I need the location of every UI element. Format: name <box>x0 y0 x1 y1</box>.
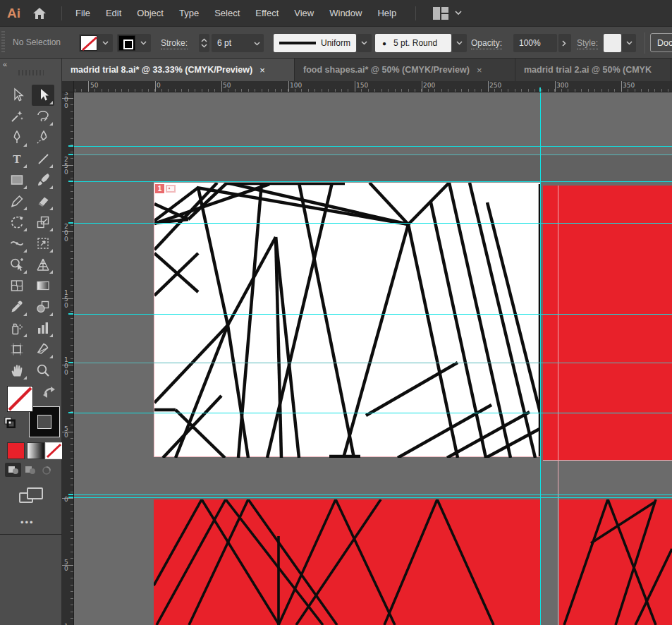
edit-toolbar-button[interactable]: ••• <box>20 517 35 528</box>
artwork-lattice-right[interactable] <box>559 499 672 625</box>
home-icon[interactable] <box>33 8 46 19</box>
line-segment-tool[interactable] <box>32 148 54 169</box>
style-label[interactable]: Style: <box>577 38 598 49</box>
pen-tool[interactable] <box>6 127 28 148</box>
brush-preview[interactable]: ● 5 pt. Round <box>375 34 451 52</box>
menu-effect[interactable]: Effect <box>248 8 286 18</box>
zoom-tool[interactable] <box>32 360 54 381</box>
rotate-tool[interactable] <box>6 212 28 233</box>
draw-normal-mode-button[interactable] <box>5 463 21 477</box>
selection-tool[interactable] <box>32 85 54 106</box>
workspace-switcher[interactable] <box>433 7 462 20</box>
none-fill-button[interactable] <box>45 442 63 459</box>
horizontal-guide[interactable] <box>74 146 672 147</box>
document-tab-2[interactable]: food shapes.ai* @ 50% (CMYK/Preview)× <box>295 59 515 81</box>
blend-tool[interactable] <box>32 296 54 317</box>
symbol-sprayer-tool[interactable] <box>6 317 28 339</box>
horizontal-guide[interactable] <box>74 497 672 498</box>
slice-tool[interactable] <box>32 339 54 360</box>
horizontal-guide[interactable] <box>74 154 672 155</box>
vertical-guide[interactable] <box>540 92 541 625</box>
width-profile-preview[interactable]: Uniform <box>274 34 356 52</box>
horizontal-guide[interactable] <box>74 223 672 224</box>
column-graph-tool[interactable] <box>32 317 54 339</box>
direct-selection-tool[interactable] <box>6 85 28 106</box>
opacity-label[interactable]: Opacity: <box>471 38 502 49</box>
fill-color-control[interactable] <box>79 34 113 52</box>
horizontal-guide[interactable] <box>74 181 672 182</box>
fill-indicator[interactable] <box>7 386 33 412</box>
artboard-number-badge[interactable]: 1 <box>155 184 164 193</box>
menu-view[interactable]: View <box>286 8 322 18</box>
draw-inside-mode-button[interactable] <box>38 463 54 477</box>
curvature-tool[interactable] <box>32 127 54 148</box>
chevron-down-icon[interactable] <box>254 38 260 48</box>
gradient-tool[interactable] <box>32 275 54 296</box>
stroke-indicator[interactable] <box>30 407 59 437</box>
style-control[interactable] <box>604 34 637 52</box>
collapse-panel-button[interactable]: « <box>3 60 6 68</box>
artwork-line-drawing[interactable] <box>154 183 541 458</box>
chevron-down-icon[interactable] <box>99 34 111 52</box>
horizontal-guide[interactable] <box>74 363 672 363</box>
stroke-black-swatch[interactable] <box>118 35 135 51</box>
width-profile-control[interactable]: Uniform <box>274 34 372 52</box>
artboard-tool[interactable] <box>6 339 28 360</box>
panel-drag-grip[interactable] <box>18 70 44 75</box>
paintbrush-tool[interactable] <box>32 169 54 190</box>
stroke-label[interactable]: Stroke: <box>161 38 188 49</box>
illustrator-logo[interactable]: Ai <box>7 6 20 21</box>
brush-control[interactable]: ● 5 pt. Round <box>375 34 468 52</box>
ruler-corner[interactable] <box>62 81 74 92</box>
stroke-weight-field[interactable]: 6 pt <box>212 34 264 52</box>
artwork-lattice-left[interactable] <box>154 499 540 625</box>
panel-grip[interactable] <box>1 31 5 54</box>
tab-close-icon[interactable]: × <box>477 65 482 75</box>
chevron-down-icon[interactable] <box>452 34 467 52</box>
shaper-pencil-tool[interactable] <box>6 190 28 212</box>
color-fill-button[interactable] <box>7 442 25 459</box>
change-screen-mode-icon[interactable] <box>19 487 43 509</box>
menu-select[interactable]: Select <box>207 8 248 18</box>
type-tool[interactable]: T <box>6 148 28 169</box>
default-fill-stroke-icon[interactable] <box>4 417 16 431</box>
lasso-tool[interactable] <box>32 106 54 127</box>
perspective-grid-tool[interactable] <box>32 254 54 275</box>
horizontal-guide[interactable] <box>74 494 672 495</box>
magic-wand-tool[interactable] <box>6 106 28 127</box>
stroke-color-control[interactable] <box>117 34 151 52</box>
swap-fill-stroke-icon[interactable] <box>42 385 56 401</box>
red-rectangle-object[interactable] <box>543 186 672 461</box>
menu-object[interactable]: Object <box>129 8 171 18</box>
horizontal-ruler[interactable]: 50050100150200250300350 <box>74 81 672 92</box>
menu-edit[interactable]: Edit <box>98 8 129 18</box>
style-swatch[interactable] <box>604 34 621 52</box>
mesh-tool[interactable] <box>6 275 28 296</box>
free-transform-tool[interactable] <box>32 233 54 254</box>
document-setup-button[interactable]: Doc <box>650 33 672 52</box>
draw-behind-mode-button[interactable] <box>22 463 38 477</box>
fill-none-swatch[interactable] <box>80 35 97 51</box>
stroke-weight-stepper[interactable] <box>199 34 209 52</box>
rectangle-tool[interactable] <box>6 169 28 190</box>
width-tool[interactable] <box>6 233 28 254</box>
menu-help[interactable]: Help <box>369 8 404 18</box>
hand-tool[interactable] <box>6 360 28 381</box>
eyedropper-tool[interactable] <box>6 296 28 317</box>
menu-file[interactable]: File <box>68 8 98 18</box>
artboard-red-bottom-right[interactable] <box>559 499 672 625</box>
tab-close-icon[interactable]: × <box>259 65 265 75</box>
opacity-expand-button[interactable] <box>558 34 571 52</box>
shape-builder-tool[interactable] <box>6 254 28 275</box>
document-tab-1[interactable]: madrid trial 8.ai* @ 33.33% (CMYK/Previe… <box>62 59 295 81</box>
opacity-field[interactable]: 100% <box>513 34 557 52</box>
canvas-viewport[interactable]: 1 <box>74 92 672 625</box>
document-tab-3[interactable]: madrid trial 2.ai @ 50% (CMYK <box>515 59 671 81</box>
gradient-fill-button[interactable] <box>27 442 44 459</box>
horizontal-guide[interactable] <box>74 413 672 413</box>
menu-type[interactable]: Type <box>171 8 207 18</box>
chevron-down-icon[interactable] <box>137 34 149 52</box>
scale-tool[interactable] <box>32 212 54 233</box>
horizontal-guide[interactable] <box>74 314 672 315</box>
artboard-red-bottom-left[interactable] <box>154 499 540 625</box>
